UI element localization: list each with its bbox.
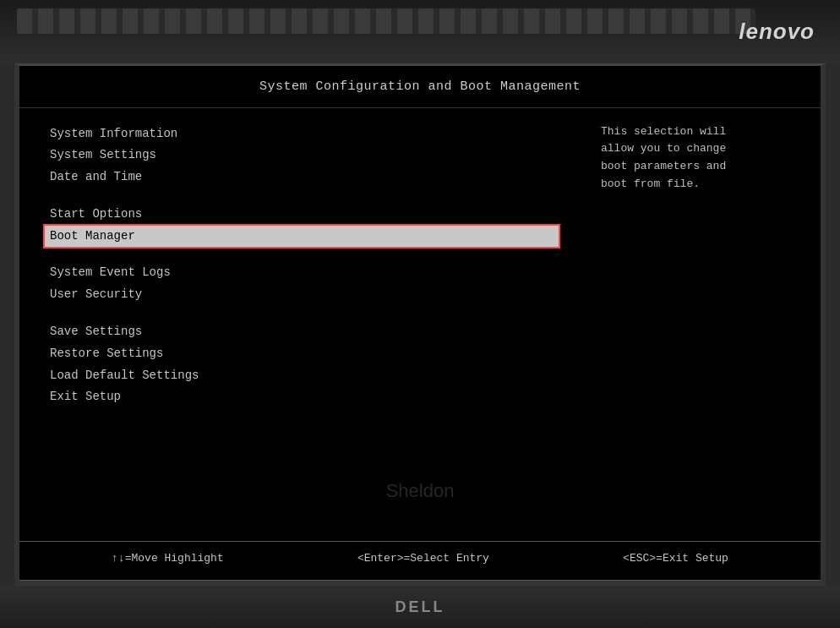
menu-group-2: Start Options Boot Manager bbox=[45, 204, 559, 248]
menu-item-save-settings[interactable]: Save Settings bbox=[45, 321, 559, 343]
footer-hint-move: ↑↓=Move Highlight bbox=[112, 550, 224, 567]
bottom-bezel: DELL bbox=[0, 586, 840, 628]
menu-item-system-information[interactable]: System Information bbox=[45, 123, 559, 145]
description-line1: This selection will bbox=[601, 123, 804, 141]
footer-line bbox=[19, 580, 821, 581]
menu-item-load-default-settings[interactable]: Load Default Settings bbox=[45, 365, 559, 387]
top-bezel: lenovo bbox=[0, 0, 840, 63]
menu-item-restore-settings[interactable]: Restore Settings bbox=[45, 343, 559, 365]
menu-item-system-event-logs[interactable]: System Event Logs bbox=[45, 262, 559, 284]
menu-group-3: System Event Logs User Security bbox=[45, 262, 559, 306]
menu-group-1: System Information System Settings Date … bbox=[45, 123, 559, 188]
bios-title: System Configuration and Boot Management bbox=[19, 66, 821, 108]
menu-item-boot-manager[interactable]: Boot Manager bbox=[45, 226, 559, 248]
bios-screen: System Configuration and Boot Management… bbox=[19, 66, 821, 581]
menu-item-start-options[interactable]: Start Options bbox=[45, 204, 559, 226]
lenovo-logo: lenovo bbox=[739, 19, 815, 45]
footer-hint-select: <Enter>=Select Entry bbox=[357, 550, 489, 567]
description-line2: allow you to change bbox=[601, 140, 804, 158]
monitor-frame: System Configuration and Boot Management… bbox=[14, 63, 826, 586]
bios-left: System Information System Settings Date … bbox=[19, 108, 584, 541]
menu-item-user-security[interactable]: User Security bbox=[45, 284, 559, 306]
menu-item-exit-setup[interactable]: Exit Setup bbox=[45, 386, 559, 408]
footer-hint-exit: <ESC>=Exit Setup bbox=[623, 550, 728, 567]
menu-group-4: Save Settings Restore Settings Load Defa… bbox=[45, 321, 559, 408]
description-line4: boot from file. bbox=[601, 176, 804, 194]
dell-logo: DELL bbox=[395, 598, 445, 616]
description-line3: boot parameters and bbox=[601, 158, 804, 176]
menu-item-system-settings[interactable]: System Settings bbox=[45, 145, 559, 167]
bios-right-description: This selection will allow you to change … bbox=[584, 108, 821, 541]
bios-footer: ↑↓=Move Highlight <Enter>=Select Entry <… bbox=[19, 541, 821, 576]
menu-item-date-and-time[interactable]: Date and Time bbox=[45, 167, 559, 188]
bios-body: System Information System Settings Date … bbox=[19, 108, 821, 541]
